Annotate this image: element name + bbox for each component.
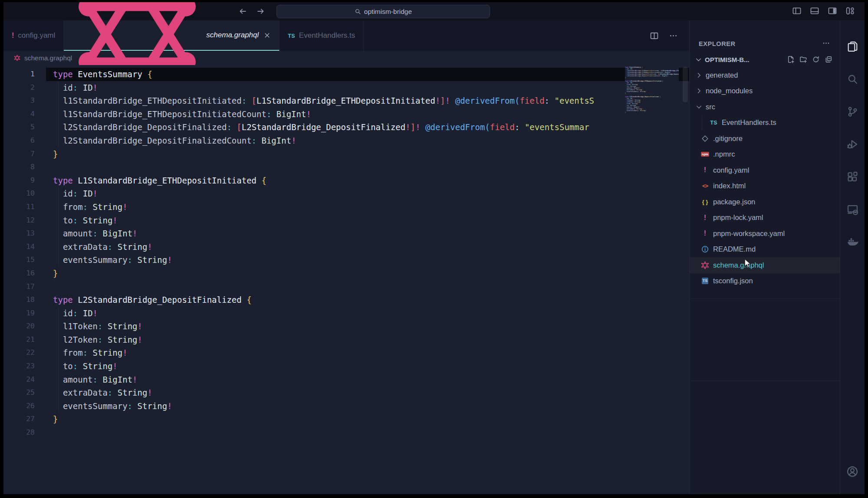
code-line[interactable]: 5 l2StandardBridge_DepositFinalized: [L2…: [3, 121, 689, 134]
code-line[interactable]: 22 from: String!: [3, 346, 689, 360]
tree-item-readme-md[interactable]: README.md: [690, 242, 840, 258]
line-content[interactable]: l2Token: String!: [46, 333, 689, 347]
code-line[interactable]: 21 l2Token: String!: [3, 333, 689, 347]
activity-account[interactable]: [842, 461, 863, 482]
code-line[interactable]: 9type L1StandardBridge_ETHDepositInitiat…: [3, 174, 689, 187]
line-content[interactable]: to: String!: [46, 214, 689, 227]
code-line[interactable]: 18type L2StandardBridge_DepositFinalized…: [3, 293, 689, 307]
line-content[interactable]: from: String!: [46, 200, 689, 214]
line-content[interactable]: l1Token: String!: [46, 320, 689, 333]
code-line[interactable]: 6 l2StandardBridge_DepositFinalizedCount…: [3, 134, 689, 147]
code-line[interactable]: 13 amount: BigInt!: [3, 227, 689, 240]
line-content[interactable]: l1StandardBridge_ETHDepositInitiatedCoun…: [46, 108, 689, 121]
tree-item--npmrc[interactable]: npm.npmrc: [690, 147, 840, 163]
code-line[interactable]: 4 l1StandardBridge_ETHDepositInitiatedCo…: [3, 108, 689, 121]
tree-item-pnpm-workspace-yaml[interactable]: !pnpm-workspace.yaml: [690, 226, 840, 242]
code-line[interactable]: 2 id: ID!: [3, 81, 689, 95]
tree-item-eventhandlers-ts[interactable]: TSEventHandlers.ts: [690, 115, 840, 131]
tab-config-yaml[interactable]: ! config.yaml: [3, 20, 64, 51]
code-line[interactable]: 28: [3, 426, 689, 439]
line-content[interactable]: id: ID!: [46, 187, 689, 200]
tab-eventhandlers-ts[interactable]: TS EventHandlers.ts: [279, 20, 364, 51]
close-icon[interactable]: [263, 32, 271, 39]
scrollbar[interactable]: [683, 67, 688, 102]
line-content[interactable]: }: [46, 147, 689, 161]
split-editor-icon[interactable]: [650, 31, 659, 40]
back-icon[interactable]: [238, 7, 247, 16]
layout-panel-icon[interactable]: [810, 6, 819, 16]
activity-explorer[interactable]: [842, 36, 863, 57]
code-line[interactable]: 3 l1StandardBridge_ETHDepositInitiated: …: [3, 94, 689, 108]
tree-item-tsconfig-json[interactable]: TStsconfig.json: [690, 273, 840, 289]
tab-schema-graphql[interactable]: schema.graphql: [64, 20, 279, 51]
code-line[interactable]: 26 eventsSummary: String!: [3, 400, 689, 413]
line-content[interactable]: type EventsSummary {: [46, 68, 689, 81]
line-content[interactable]: l2StandardBridge_DepositFinalized: [L2St…: [46, 121, 689, 134]
line-content[interactable]: type L1StandardBridge_ETHDepositInitiate…: [46, 174, 689, 187]
line-content[interactable]: eventsSummary: String!: [46, 400, 689, 413]
line-content[interactable]: amount: BigInt!: [46, 373, 689, 387]
line-content[interactable]: l2StandardBridge_DepositFinalizedCount: …: [46, 134, 689, 147]
code-line[interactable]: 23 to: String!: [3, 360, 689, 373]
line-content[interactable]: l1StandardBridge_ETHDepositInitiated: [L…: [46, 94, 689, 108]
new-folder-icon[interactable]: [799, 56, 807, 63]
activity-docker[interactable]: [842, 231, 863, 252]
new-file-icon[interactable]: [787, 56, 795, 63]
code-line[interactable]: 1type EventsSummary {: [3, 68, 689, 81]
line-content[interactable]: type L2StandardBridge_DepositFinalized {: [46, 293, 689, 307]
line-content[interactable]: eventsSummary: String!: [46, 253, 689, 267]
command-center-search[interactable]: optimism-bridge: [276, 5, 490, 18]
minimap[interactable]: type EventsSummary { id: ID! l1StandardB…: [625, 66, 679, 115]
line-content[interactable]: extraData: String!: [46, 240, 689, 254]
layout-customize-icon[interactable]: [845, 6, 855, 16]
line-content[interactable]: from: String!: [46, 346, 689, 360]
workspace-section-header[interactable]: OPTIMISM-B...: [690, 52, 840, 67]
code-line[interactable]: 7}: [3, 147, 689, 161]
tree-item-config-yaml[interactable]: !config.yaml: [690, 162, 840, 178]
code-line[interactable]: 20 l1Token: String!: [3, 320, 689, 333]
refresh-icon[interactable]: [812, 56, 820, 63]
tree-item-index-html[interactable]: <>index.html: [690, 178, 840, 194]
line-content[interactable]: }: [46, 267, 689, 280]
code-line[interactable]: 14 extraData: String!: [3, 240, 689, 254]
line-content[interactable]: [46, 161, 689, 174]
line-content[interactable]: id: ID!: [46, 307, 689, 320]
code-editor[interactable]: 1type EventsSummary {2 id: ID!3 l1Standa…: [3, 65, 689, 494]
collapse-all-icon[interactable]: [825, 56, 832, 63]
tree-item-src[interactable]: src: [690, 99, 840, 115]
line-content[interactable]: [46, 280, 689, 294]
code-line[interactable]: 10 id: ID!: [3, 187, 689, 200]
code-line[interactable]: 12 to: String!: [3, 214, 689, 227]
activity-source-control[interactable]: [842, 101, 863, 122]
activity-run-debug[interactable]: [842, 134, 863, 154]
more-actions-icon[interactable]: [669, 31, 678, 40]
code-line[interactable]: 19 id: ID!: [3, 307, 689, 320]
line-content[interactable]: extraData: String!: [46, 386, 689, 400]
views-menu-icon[interactable]: [822, 39, 830, 47]
tree-item-package-json[interactable]: { }package.json: [690, 194, 840, 210]
code-line[interactable]: 17: [3, 280, 689, 294]
tree-item-generated[interactable]: generated: [690, 67, 840, 83]
activity-extensions[interactable]: [842, 166, 863, 187]
line-content[interactable]: }: [46, 413, 689, 426]
layout-sidebar-right-icon[interactable]: [828, 6, 837, 16]
code-line[interactable]: 25 extraData: String!: [3, 386, 689, 400]
code-line[interactable]: 24 amount: BigInt!: [3, 373, 689, 387]
tree-item--gitignore[interactable]: .gitignore: [690, 131, 840, 147]
forward-icon[interactable]: [256, 7, 266, 16]
line-content[interactable]: id: ID!: [46, 81, 689, 95]
tree-item-pnpm-lock-yaml[interactable]: !pnpm-lock.yaml: [690, 210, 840, 226]
line-content[interactable]: amount: BigInt!: [46, 227, 689, 240]
activity-search[interactable]: [842, 69, 863, 89]
code-line[interactable]: 16}: [3, 267, 689, 280]
tree-item-schema-graphql[interactable]: schema.graphql: [690, 257, 840, 273]
activity-remote-explorer[interactable]: [842, 199, 863, 220]
code-line[interactable]: 11 from: String!: [3, 200, 689, 214]
layout-sidebar-left-icon[interactable]: [792, 6, 802, 16]
code-line[interactable]: 27}: [3, 413, 689, 426]
code-line[interactable]: 8: [3, 161, 689, 174]
line-content[interactable]: to: String!: [46, 360, 689, 373]
code-line[interactable]: 15 eventsSummary: String!: [3, 253, 689, 267]
tree-item-node-modules[interactable]: node_modules: [690, 83, 840, 99]
line-content[interactable]: [46, 426, 689, 439]
